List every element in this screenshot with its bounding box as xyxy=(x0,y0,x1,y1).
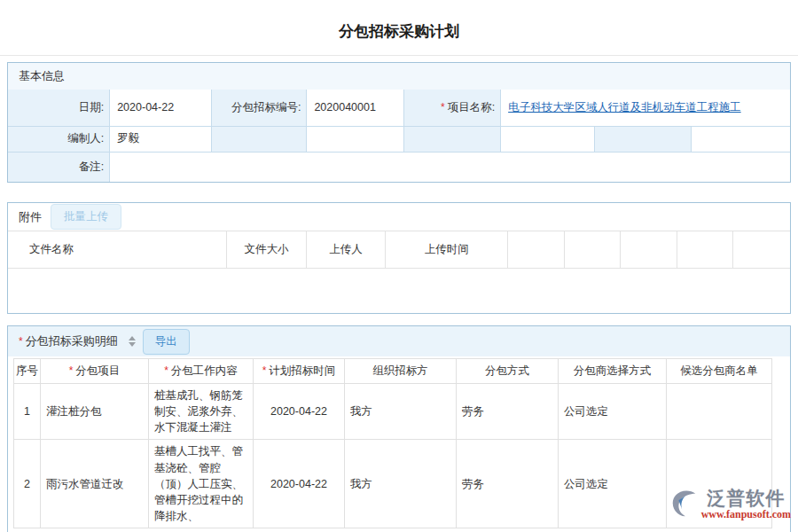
col-organizer: 组织招标方 xyxy=(345,359,457,384)
cell-seq: 2 xyxy=(14,440,41,528)
attach-col-empty xyxy=(508,231,565,269)
details-table: 序号 *分包项目 *分包工作内容 *计划招标时间 组织招标方 分包方式 分包商选… xyxy=(13,358,772,528)
attach-col-filesize: 文件大小 xyxy=(227,231,306,269)
attachments-empty-body xyxy=(8,269,790,313)
attachments-section: 附件 批量上传 文件名称 文件大小 上传人 上传时间 xyxy=(7,202,791,314)
remark-value xyxy=(110,152,790,182)
required-star-icon: * xyxy=(69,364,74,377)
page-title: 分包招标采购计划 xyxy=(0,0,798,42)
basic-info-section: 基本信息 日期: 2020-04-22 分包招标编号: 2020040001 *… xyxy=(7,62,791,183)
attach-col-empty xyxy=(677,231,733,269)
col-seq: 序号 xyxy=(14,359,41,384)
cell-project: 灌注桩分包 xyxy=(41,384,149,440)
col-selection: 分包商选择方式 xyxy=(559,359,667,384)
attachments-header: 附件 批量上传 xyxy=(8,203,790,231)
cell-selection: 公司选定 xyxy=(559,384,667,440)
export-button[interactable]: 导出 xyxy=(143,329,190,355)
attach-col-filename: 文件名称 xyxy=(8,231,227,269)
bid-no-value: 2020040001 xyxy=(307,90,403,126)
details-title: 分包招标采购明细 xyxy=(26,334,118,348)
cell-organizer: 我方 xyxy=(345,384,457,440)
attachments-table: 文件名称 文件大小 上传人 上传时间 xyxy=(8,231,790,269)
cell-time: 2020-04-22 xyxy=(254,440,345,528)
col-project: *分包项目 xyxy=(41,359,149,384)
cell-organizer: 我方 xyxy=(345,440,457,528)
cell-project: 雨污水管道迁改 xyxy=(41,440,149,528)
required-star-icon: * xyxy=(19,335,23,348)
title-divider xyxy=(0,55,798,56)
compiler-value: 罗毅 xyxy=(110,126,212,152)
table-row: 2 雨污水管道迁改 基槽人工找平、管基浇砼、管腔（顶）人工压实、管槽开挖过程中的… xyxy=(14,440,772,528)
brand-name: 泛普软件 xyxy=(707,488,785,508)
bid-no-label: 分包招标编号: xyxy=(211,90,307,126)
col-method: 分包方式 xyxy=(457,359,559,384)
empty-value-cell xyxy=(692,126,790,152)
col-time: *计划招标时间 xyxy=(254,359,345,384)
basic-info-title: 基本信息 xyxy=(19,68,65,84)
cell-method: 劳务 xyxy=(457,384,559,440)
basic-info-header: 基本信息 xyxy=(8,63,790,90)
project-link[interactable]: 电子科技大学区域人行道及非机动车道工程施工 xyxy=(508,101,741,113)
attach-col-empty xyxy=(564,231,621,269)
cell-selection: 公司选定 xyxy=(559,440,667,528)
empty-value-cell xyxy=(501,126,595,152)
batch-upload-button[interactable]: 批量上传 xyxy=(51,204,121,230)
cell-method: 劳务 xyxy=(457,440,559,528)
remark-label: 备注: xyxy=(8,152,110,182)
attach-col-empty xyxy=(621,231,677,269)
required-star-icon: * xyxy=(262,364,267,377)
required-star-icon: * xyxy=(441,101,445,113)
compiler-label: 编制人: xyxy=(8,126,110,152)
col-candidates: 候选分包商名单 xyxy=(667,359,772,384)
basic-info-table: 日期: 2020-04-22 分包招标编号: 2020040001 *项目名称:… xyxy=(8,90,790,182)
brand-url: www.fanpusoft.com xyxy=(701,508,791,521)
col-content: *分包工作内容 xyxy=(149,359,254,384)
attachments-title: 附件 xyxy=(19,209,42,225)
empty-value-cell xyxy=(307,126,403,152)
cell-time: 2020-04-22 xyxy=(254,384,345,440)
date-value: 2020-04-22 xyxy=(110,90,212,126)
brand-logo: 泛普软件 www.fanpusoft.com xyxy=(669,488,791,523)
attach-col-uploader: 上传人 xyxy=(306,231,386,269)
cell-content: 基槽人工找平、管基浇砼、管腔（顶）人工压实、管槽开挖过程中的降排水、 xyxy=(149,440,254,528)
cell-candidates xyxy=(667,384,772,440)
table-row: 1 灌注桩分包 桩基成孔、钢筋笼制安、泥浆外弃、水下混凝土灌注 2020-04-… xyxy=(14,384,772,440)
required-star-icon: * xyxy=(164,364,168,377)
project-label: *项目名称: xyxy=(403,90,500,126)
details-header: *分包招标采购明细 导出 xyxy=(8,326,790,356)
empty-label-cell xyxy=(211,126,307,152)
fanpu-logo-icon xyxy=(669,488,700,523)
attach-col-uploadtime: 上传时间 xyxy=(386,231,508,269)
project-value-cell: 电子科技大学区域人行道及非机动车道工程施工 xyxy=(501,90,790,126)
sort-icon[interactable] xyxy=(129,336,136,347)
cell-content: 桩基成孔、钢筋笼制安、泥浆外弃、水下混凝土灌注 xyxy=(149,384,254,440)
empty-label-cell xyxy=(403,126,500,152)
empty-label-cell xyxy=(594,126,691,152)
date-label: 日期: xyxy=(8,90,110,126)
details-header-row: 序号 *分包项目 *分包工作内容 *计划招标时间 组织招标方 分包方式 分包商选… xyxy=(14,359,772,384)
attach-col-empty xyxy=(733,231,790,269)
cell-seq: 1 xyxy=(14,384,41,440)
